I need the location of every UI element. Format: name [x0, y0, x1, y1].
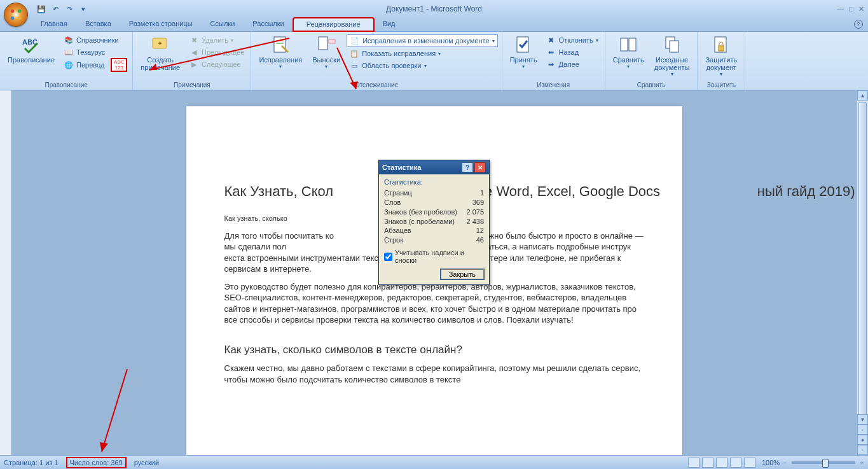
svg-point-3 [18, 17, 22, 20]
doc-heading-2b: Как узнать, сколько символов в тексте он… [224, 344, 644, 356]
book-icon: 📚 [64, 35, 74, 45]
doc-paragraph-3: Скажем честно, мы давно работаем с текст… [224, 363, 644, 385]
pane-icon: ▭ [349, 60, 359, 71]
translate-button[interactable]: 🌐Перевод ABC123 [61, 59, 128, 71]
zoom-out-button[interactable]: − [782, 459, 786, 466]
status-word-count[interactable]: Число слов: 369 [67, 458, 125, 467]
view-web-layout[interactable] [716, 458, 727, 468]
delete-comment-button[interactable]: ✖Удалить [186, 34, 247, 46]
track-changes-icon [270, 34, 291, 55]
word-count-button[interactable]: ABC123 [112, 59, 126, 71]
reject-button[interactable]: ✖Отклонить [544, 34, 601, 46]
dialog-help-button[interactable]: ? [462, 162, 473, 172]
balloons-icon [316, 34, 336, 55]
svg-rect-12 [517, 37, 528, 52]
new-comment-button[interactable]: ✦ Создать примечание [137, 33, 184, 73]
doc-paragraph-2: Это руководство будет полезно для копира… [224, 281, 644, 326]
zoom-slider[interactable] [792, 461, 855, 464]
tab-layout[interactable]: Разметка страницы [120, 18, 202, 31]
svg-rect-16 [670, 41, 679, 52]
next-page-icon[interactable]: ◦ [857, 445, 868, 455]
stat-chars: Знаков (без пробелов)2 075 [384, 207, 484, 217]
view-outline[interactable] [730, 458, 741, 468]
reject-icon: ✖ [546, 35, 556, 45]
prev-comment-button: ◀Предыдущее [186, 46, 247, 58]
tab-home[interactable]: Главная [32, 18, 76, 31]
stat-words: Слов369 [384, 198, 484, 207]
vertical-ruler [0, 90, 11, 455]
show-markup-icon: 📋 [349, 48, 359, 59]
tab-view[interactable]: Вид [374, 18, 404, 31]
group-protect: Защитить документ Защитить [698, 32, 745, 90]
undo-icon[interactable]: ↶ [50, 3, 61, 15]
view-print-layout[interactable] [688, 458, 699, 468]
maximize-button[interactable]: □ [849, 5, 853, 13]
qat-customize-icon[interactable]: ▾ [78, 3, 89, 15]
browse-object-icon[interactable]: ● [857, 435, 868, 445]
svg-rect-13 [621, 38, 628, 51]
compare-icon [618, 34, 638, 55]
research-button[interactable]: 📚Справочники [61, 34, 128, 46]
status-zoom[interactable]: 100% [762, 459, 780, 466]
dialog-close-btn[interactable]: Закрыть [441, 269, 484, 279]
prev-change-button[interactable]: ⬅Назад [544, 46, 601, 58]
prev-page-icon[interactable]: ◦ [857, 424, 868, 435]
tab-references[interactable]: Ссылки [202, 18, 244, 31]
redo-icon[interactable]: ↷ [64, 3, 75, 15]
minimize-button[interactable]: — [837, 5, 844, 13]
svg-text:✦: ✦ [157, 39, 163, 47]
dialog-close-button[interactable]: ✕ [474, 162, 486, 172]
svg-rect-7 [274, 37, 286, 52]
svg-rect-11 [329, 39, 335, 43]
status-page[interactable]: Страница: 1 из 1 [4, 459, 59, 466]
compare-button[interactable]: Сравнить [609, 33, 648, 71]
show-source-button[interactable]: Исходные документы [651, 33, 694, 78]
delete-icon: ✖ [189, 35, 199, 45]
next-change-icon: ➡ [546, 59, 556, 69]
scroll-up-icon[interactable]: ▲ [857, 90, 868, 101]
scroll-thumb[interactable] [858, 102, 867, 417]
tab-insert[interactable]: Вставка [76, 18, 120, 31]
show-markup-button[interactable]: 📋Показать исправления [347, 48, 497, 59]
accept-button[interactable]: Принять [506, 33, 541, 71]
spelling-icon: ABC [21, 34, 41, 55]
svg-rect-18 [719, 46, 724, 51]
group-changes: Принять ✖Отклонить ⬅Назад ➡Далее Изменен… [502, 32, 605, 90]
scroll-down-icon[interactable]: ▼ [857, 414, 868, 424]
status-language[interactable]: русский [134, 459, 159, 466]
reviewing-pane-button[interactable]: ▭Область проверки [347, 60, 497, 71]
group-comments: ✦ Создать примечание ✖Удалить ◀Предыдуще… [133, 32, 251, 90]
zoom-in-button[interactable]: + [860, 459, 864, 466]
display-for-review-dropdown[interactable]: 📄Исправления в измененном документе▾ [347, 34, 497, 47]
stat-paragraphs: Абзацев12 [384, 226, 484, 235]
new-comment-icon: ✦ [150, 34, 170, 55]
statistics-dialog: Статистика ? ✕ Статистика: Страниц1 Слов… [378, 160, 490, 285]
dialog-titlebar[interactable]: Статистика ? ✕ [379, 160, 489, 174]
protect-button[interactable]: Защитить документ [701, 33, 741, 78]
track-changes-button[interactable]: Исправления [255, 33, 306, 71]
help-icon[interactable]: ? [854, 20, 863, 29]
translate-icon: 🌐 [64, 60, 74, 70]
vertical-scrollbar[interactable]: ▲ ▼ ◦ ● ◦ [857, 90, 868, 455]
save-icon[interactable]: 💾 [36, 3, 47, 15]
tab-review[interactable]: Рецензирование [293, 18, 374, 31]
close-button[interactable]: ✕ [858, 5, 864, 13]
tab-mailings[interactable]: Рассылки [244, 18, 293, 31]
prev-icon: ◀ [189, 47, 199, 57]
next-change-button[interactable]: ➡Далее [544, 59, 601, 70]
source-docs-icon [662, 34, 682, 55]
dialog-header: Статистика: [384, 178, 484, 186]
view-full-screen[interactable] [702, 458, 713, 468]
stat-chars-spaces: Знаков (с пробелами)2 438 [384, 217, 484, 227]
spelling-button[interactable]: ABC Правописание [4, 33, 59, 65]
next-icon: ▶ [189, 59, 199, 69]
ribbon-tabs: Главная Вставка Разметка страницы Ссылки… [0, 18, 868, 32]
balloons-button[interactable]: Выноски [308, 33, 344, 71]
include-textboxes-checkbox[interactable]: Учитывать надписи и сноски [384, 249, 484, 264]
svg-point-1 [18, 10, 22, 13]
office-button[interactable] [4, 3, 28, 27]
ribbon: ABC Правописание 📚Справочники 📖Тезаурус … [0, 32, 868, 90]
thesaurus-button[interactable]: 📖Тезаурус [61, 46, 128, 58]
group-compare: Сравнить Исходные документы Сравнить [605, 32, 698, 90]
view-draft[interactable] [744, 458, 755, 468]
